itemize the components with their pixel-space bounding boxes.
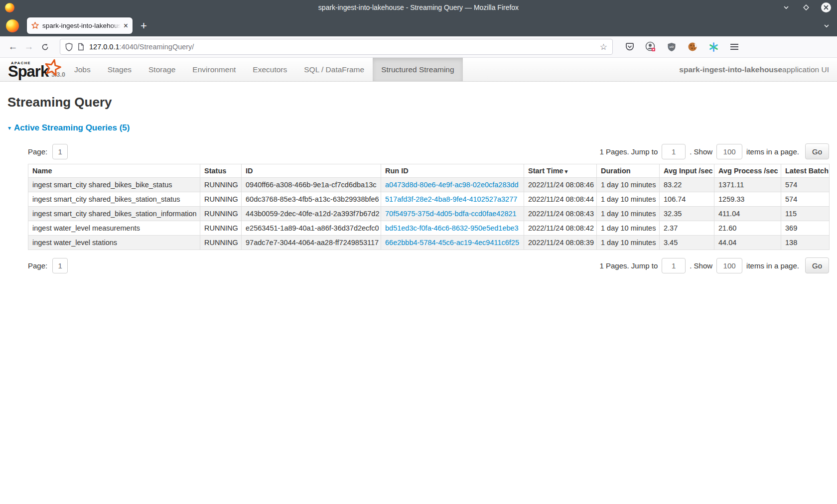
cell-latest-batch: 115 — [781, 207, 830, 221]
url-host: 127.0.0.1 — [89, 43, 119, 51]
items-label: items in a page. — [746, 147, 799, 156]
cell-start-time: 2022/11/24 08:08:44 — [524, 192, 597, 207]
cell-start-time: 2022/11/24 08:08:42 — [524, 221, 597, 236]
run-id-link[interactable]: 517afd3f-28e2-4ba8-9fe4-4102527a3277 — [385, 195, 517, 203]
page-size-input[interactable] — [716, 144, 742, 159]
cell-duration: 1 day 10 minutes — [597, 221, 660, 236]
cell-name: ingest smart_city shared_bikes_station_i… — [28, 207, 200, 221]
go-button[interactable]: Go — [805, 143, 829, 159]
column-header-avg-input-sec[interactable]: Avg Input /sec — [660, 164, 714, 178]
page-content: Streaming Query ▾ Active Streaming Queri… — [0, 95, 837, 277]
shield-icon[interactable] — [65, 43, 73, 51]
nav-item-structured-streaming[interactable]: Structured Streaming — [373, 58, 462, 81]
run-id-link[interactable]: 70f54975-375d-4d05-bdfa-ccd0fae42821 — [385, 210, 517, 218]
cell-duration: 1 day 10 minutes — [597, 192, 660, 207]
page-number-input[interactable] — [52, 258, 68, 273]
jump-to-input[interactable] — [662, 258, 686, 273]
page-size-input[interactable] — [716, 258, 742, 273]
account-icon[interactable] — [644, 40, 658, 54]
nav-item-sql-dataframe[interactable]: SQL / DataFrame — [295, 58, 373, 81]
cell-status: RUNNING — [200, 236, 242, 250]
nav-item-jobs[interactable]: Jobs — [66, 58, 99, 81]
cell-avg-input: 83.22 — [660, 178, 714, 192]
url-text[interactable]: 127.0.0.1:4040/StreamingQuery/ — [89, 43, 600, 51]
cell-run-id: a0473d8d-80e6-4e9f-ac98-02e0cfa283dd — [381, 178, 524, 192]
go-button[interactable]: Go — [805, 257, 829, 273]
list-tabs-icon[interactable] — [823, 22, 830, 29]
spark-nav: JobsStagesStorageEnvironmentExecutorsSQL… — [66, 58, 463, 81]
column-header-avg-process-sec[interactable]: Avg Process /sec — [714, 164, 781, 178]
cell-latest-batch: 138 — [781, 236, 830, 250]
active-queries-toggle[interactable]: ▾ Active Streaming Queries (5) — [8, 123, 130, 133]
spark-star-icon — [44, 58, 62, 76]
menu-icon[interactable] — [727, 40, 741, 54]
spark-logo[interactable]: APACHE Spark 3.3.0 — [0, 58, 66, 81]
run-id-link[interactable]: 66e2bbb4-5784-45c6-ac19-4ec9411c6f25 — [385, 239, 519, 247]
browser-tab[interactable]: spark-ingest-into-lakehouse × — [27, 17, 133, 34]
firefox-icon — [6, 19, 19, 32]
run-id-link[interactable]: a0473d8d-80e6-4e9f-ac98-02e0cfa283dd — [385, 181, 519, 189]
table-body: ingest smart_city shared_bikes_bike_stat… — [28, 178, 830, 250]
cell-name: ingest smart_city shared_bikes_station_s… — [28, 192, 200, 207]
pagination-bottom: Page: 1 Pages. Jump to . Show items in a… — [28, 254, 829, 277]
back-icon[interactable]: ← — [5, 39, 21, 55]
cookie-icon[interactable] — [686, 40, 699, 54]
nav-item-storage[interactable]: Storage — [140, 58, 184, 81]
cell-status: RUNNING — [200, 192, 242, 207]
cell-run-id: bd51ed3c-f0fa-46c6-8632-950e5ed1ebe3 — [381, 221, 524, 236]
pagination-top: Page: 1 Pages. Jump to . Show items in a… — [28, 140, 829, 163]
page-info-icon[interactable] — [78, 43, 84, 51]
cell-latest-batch: 574 — [781, 178, 830, 192]
ublock-icon[interactable]: uO — [665, 40, 679, 54]
svg-text:uO: uO — [670, 45, 674, 48]
column-header-latest-batch[interactable]: Latest Batch — [781, 164, 830, 178]
column-header-status[interactable]: Status — [200, 164, 242, 178]
cell-status: RUNNING — [200, 221, 242, 236]
column-header-name[interactable]: Name — [28, 164, 200, 178]
cell-id: 60dc3768-85e3-4fb5-a13c-63b29938bfe6 — [242, 192, 381, 207]
cell-latest-batch: 574 — [781, 192, 830, 207]
column-header-start-time[interactable]: Start Time ▾ — [524, 164, 597, 178]
cell-avg-process: 1371.11 — [714, 178, 781, 192]
cell-duration: 1 day 10 minutes — [597, 178, 660, 192]
nav-item-executors[interactable]: Executors — [244, 58, 295, 81]
cell-name: ingest water_level stations — [28, 236, 200, 250]
extension-asterisk-icon[interactable] — [706, 40, 720, 54]
close-icon[interactable] — [821, 2, 831, 12]
pages-summary: 1 Pages. Jump to — [599, 147, 658, 156]
cell-duration: 1 day 10 minutes — [597, 207, 660, 221]
bookmark-star-icon[interactable]: ☆ — [600, 42, 607, 52]
run-id-link[interactable]: bd51ed3c-f0fa-46c6-8632-950e5ed1ebe3 — [385, 224, 519, 232]
new-tab-button[interactable]: + — [140, 20, 147, 31]
spark-logo-text: Spark — [8, 64, 48, 79]
cell-avg-process: 411.04 — [714, 207, 781, 221]
cell-name: ingest smart_city shared_bikes_bike_stat… — [28, 178, 200, 192]
tab-close-icon[interactable]: × — [121, 21, 128, 30]
query-row: ingest water_level stationsRUNNING97adc7… — [28, 236, 830, 250]
cell-start-time: 2022/11/24 08:08:39 — [524, 236, 597, 250]
forward-icon[interactable]: → — [21, 39, 37, 55]
items-label: items in a page. — [746, 261, 799, 270]
caret-down-icon: ▾ — [8, 125, 11, 131]
cell-start-time: 2022/11/24 08:08:43 — [524, 207, 597, 221]
query-row: ingest smart_city shared_bikes_station_i… — [28, 207, 830, 221]
column-header-id[interactable]: ID — [242, 164, 381, 178]
column-header-duration[interactable]: Duration — [597, 164, 660, 178]
streaming-queries-table: NameStatusIDRun IDStart Time ▾DurationAv… — [28, 164, 830, 250]
column-header-run-id[interactable]: Run ID — [381, 164, 524, 178]
nav-item-stages[interactable]: Stages — [99, 58, 140, 81]
url-path: :4040/StreamingQuery/ — [119, 43, 194, 51]
nav-item-environment[interactable]: Environment — [184, 58, 244, 81]
url-bar[interactable]: 127.0.0.1:4040/StreamingQuery/ ☆ — [60, 39, 613, 55]
cell-start-time: 2022/11/24 08:08:46 — [524, 178, 597, 192]
minimize-icon[interactable] — [781, 2, 791, 12]
cell-status: RUNNING — [200, 178, 242, 192]
jump-to-input[interactable] — [662, 144, 686, 159]
cell-avg-input: 32.35 — [660, 207, 714, 221]
reload-icon[interactable] — [37, 39, 53, 55]
query-row: ingest water_level measurementsRUNNINGe2… — [28, 221, 830, 236]
maximize-icon[interactable] — [801, 2, 811, 12]
pocket-icon[interactable] — [623, 40, 637, 54]
application-suffix: application UI — [782, 65, 829, 74]
page-number-input[interactable] — [52, 144, 68, 159]
